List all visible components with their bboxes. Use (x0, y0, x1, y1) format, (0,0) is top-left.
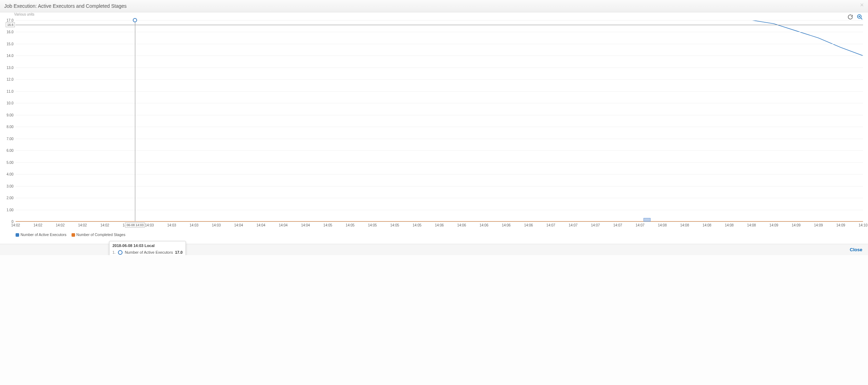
y-tick-label: 0 (11, 220, 16, 224)
grid-line (16, 115, 863, 115)
grid-line (16, 20, 863, 21)
y-tick-label: 1.00 (7, 208, 16, 212)
y-axis-title: Various units (14, 12, 34, 16)
grid-line (16, 150, 863, 151)
y-tick-label: 5.00 (7, 160, 16, 164)
crosshair-horizontal (16, 25, 863, 25)
x-tick-label: 14:05 (368, 223, 377, 227)
x-tick-label: 14:04 (301, 223, 310, 227)
x-tick-label: 14:05 (346, 223, 354, 227)
x-tick-label: 14:04 (279, 223, 288, 227)
y-tick-label: 4.00 (7, 172, 16, 176)
close-button[interactable]: Close (850, 247, 862, 252)
x-tick-label: 14:09 (836, 223, 845, 227)
y-tick-label: 14.0 (7, 54, 16, 58)
grid-line (16, 44, 863, 44)
grid-line (16, 162, 863, 163)
y-tick-label: 17.0 (7, 18, 16, 22)
y-tick-label: 6.00 (7, 149, 16, 153)
x-tick-label: 14:02 (33, 223, 42, 227)
x-tick-label: 14:10 (858, 223, 867, 227)
hover-point-marker (133, 18, 137, 22)
y-tick-label: 11.0 (7, 89, 16, 93)
grid-line (16, 91, 863, 92)
plot-area[interactable]: 17.016.015.014.013.012.011.010.09.008.00… (16, 20, 863, 222)
x-tick-label: 14:04 (234, 223, 243, 227)
chart-area[interactable]: 17.016.015.014.013.012.011.010.09.008.00… (16, 17, 863, 232)
x-tick-label: 14:05 (390, 223, 399, 227)
modal-header: Job Execution: Active Executors and Comp… (0, 0, 868, 12)
grid-line (16, 186, 863, 186)
x-tick-label: 14:07 (636, 223, 645, 227)
x-tick-label: 14:07 (591, 223, 600, 227)
y-tick-label: 8.00 (7, 125, 16, 129)
legend-item[interactable]: Number of Completed Stages (72, 232, 125, 237)
hover-x-badge: 06-08 14:03 (125, 223, 145, 228)
y-tick-label: 7.00 (7, 137, 16, 140)
x-tick-label: 14:05 (323, 223, 332, 227)
grid-line (16, 210, 863, 210)
x-tick-label: 14:08 (725, 223, 734, 227)
x-tick-label: 14:03 (189, 223, 198, 227)
y-tick-label: 2.00 (7, 196, 16, 200)
x-tick-label: 14:09 (770, 223, 778, 227)
x-tick-label: 14:08 (658, 223, 667, 227)
x-tick-label: 14:06 (502, 223, 511, 227)
grid-line (16, 139, 863, 139)
x-tick-label: 14:02 (100, 223, 109, 227)
grid-line (16, 68, 863, 68)
x-tick-label: 14:09 (792, 223, 801, 227)
grid-line (16, 127, 863, 127)
grid-line (16, 198, 863, 198)
tooltip-title: 2018-06-08 14:03 Local (112, 243, 182, 248)
tooltip-series-label: Number of Active Executors (125, 249, 173, 255)
hover-tooltip: 2018-06-08 14:03 Local 1.Number of Activ… (109, 241, 186, 255)
x-tick-label: 14:07 (569, 223, 578, 227)
y-tick-label: 13.0 (7, 65, 16, 69)
legend: Number of Active ExecutorsNumber of Comp… (16, 232, 864, 237)
y-tick-label: 3.00 (7, 184, 16, 188)
legend-item[interactable]: Number of Active Executors (16, 232, 67, 237)
legend-swatch (16, 233, 19, 237)
tooltip-row: 1.Number of Active Executors17.0 (112, 249, 182, 255)
time-selection-marker[interactable] (643, 218, 651, 222)
y-tick-label: 12.0 (7, 77, 16, 81)
x-tick-label: 14:08 (680, 223, 689, 227)
hover-y-badge: 16.6 (6, 22, 15, 27)
y-tick-label: 10.0 (7, 101, 16, 105)
x-tick-label: 14:07 (546, 223, 555, 227)
y-tick-label: 15.0 (7, 42, 16, 46)
x-tick-label: 14:07 (613, 223, 622, 227)
close-icon[interactable]: × (860, 1, 864, 9)
grid-line (16, 32, 863, 32)
x-tick-label: 14:09 (814, 223, 823, 227)
tooltip-series-marker (118, 250, 123, 255)
x-tick-label: 14:06 (457, 223, 466, 227)
x-tick-label: 14:06 (480, 223, 488, 227)
crosshair-vertical (135, 20, 135, 222)
legend-label: Number of Completed Stages (76, 232, 125, 237)
grid-line (16, 174, 863, 174)
x-tick-label: 14:08 (703, 223, 711, 227)
x-tick-label: 14:05 (413, 223, 421, 227)
grid-line (16, 79, 863, 80)
tooltip-series-value: 17.0 (175, 249, 182, 255)
series-lines (16, 20, 863, 222)
x-tick-label: 14:06 (524, 223, 533, 227)
x-tick-label: 14:02 (56, 223, 64, 227)
x-tick-label: 14:03 (212, 223, 221, 227)
grid-line (16, 103, 863, 103)
grid-line (16, 56, 863, 56)
legend-swatch (72, 233, 75, 237)
series-line (16, 20, 863, 56)
tooltip-index: 1. (112, 249, 116, 255)
x-tick-label: 14:06 (435, 223, 444, 227)
x-tick-label: 14:03 (145, 223, 154, 227)
chart-container: Various units 17.016.015.014.013.012.011… (0, 12, 868, 244)
grid-line (16, 222, 863, 222)
x-tick-label: 14:04 (256, 223, 265, 227)
modal-title: Job Execution: Active Executors and Comp… (4, 3, 127, 9)
x-tick-label: 14:02 (11, 223, 20, 227)
x-tick-label: 14:03 (167, 223, 176, 227)
y-tick-label: 16.0 (7, 30, 16, 34)
